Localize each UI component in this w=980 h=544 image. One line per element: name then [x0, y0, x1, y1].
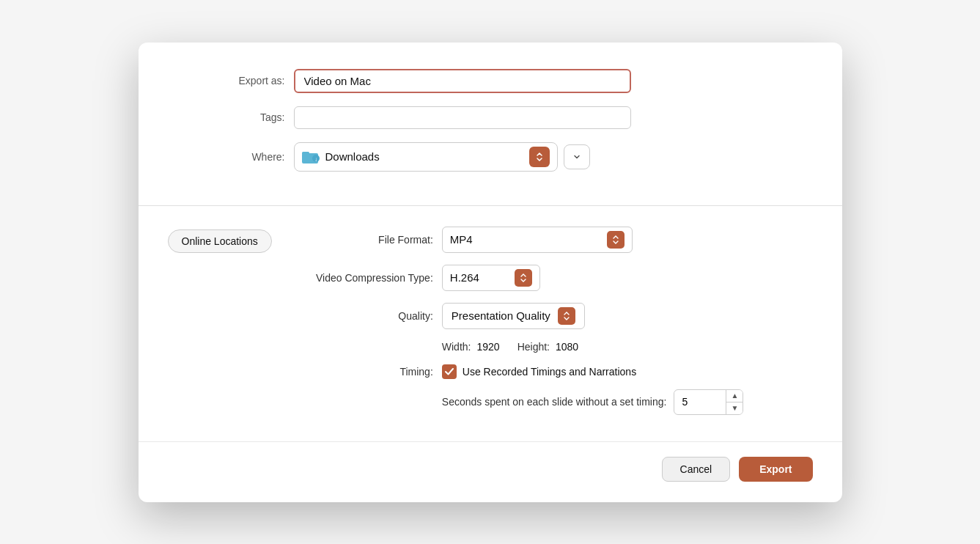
timing-row: Timing: Use Recorded Timings and Narrati…	[287, 364, 813, 379]
where-label: Where:	[197, 151, 285, 163]
export-button[interactable]: Export	[739, 457, 812, 482]
where-select[interactable]: ↓ Downloads	[294, 142, 558, 172]
height-value: 1080	[556, 341, 578, 353]
seconds-input[interactable]	[674, 392, 726, 411]
export-dialog: Export as: Tags: Where:	[139, 43, 842, 502]
file-format-row: File Format: MP4	[287, 227, 813, 253]
left-panel: Online Locations	[168, 227, 272, 418]
video-compression-value: H.264	[450, 271, 509, 284]
settings-form: File Format: MP4 Video Compression Type	[287, 227, 813, 418]
cancel-button[interactable]: Cancel	[662, 457, 731, 482]
quality-label: Quality:	[287, 310, 433, 322]
file-format-value: MP4	[450, 233, 509, 246]
settings-area: Online Locations File Format: MP4	[168, 227, 813, 418]
quality-stepper[interactable]	[558, 307, 575, 325]
where-controls: ↓ Downloads	[294, 142, 590, 172]
export-as-input[interactable]	[294, 69, 631, 93]
timing-checkbox-wrapper: Use Recorded Timings and Narrations	[442, 364, 636, 379]
quality-value: Presentation Quality	[452, 309, 550, 322]
tags-row: Tags:	[197, 106, 784, 129]
quality-row: Quality: Presentation Quality	[287, 303, 813, 329]
svg-rect-1	[302, 152, 309, 155]
seconds-label: Seconds spent on each slide without a se…	[442, 396, 667, 408]
where-value: Downloads	[325, 150, 380, 163]
top-section: Export as: Tags: Where:	[139, 43, 842, 205]
dimensions-row: Width: 1920 Height: 1080	[442, 341, 813, 353]
seconds-input-wrapper: ▲ ▼	[674, 389, 743, 415]
video-compression-label: Video Compression Type:	[287, 272, 433, 284]
width-group: Width: 1920	[442, 341, 500, 353]
file-format-select[interactable]: MP4	[442, 227, 633, 253]
quality-select[interactable]: Presentation Quality	[442, 303, 585, 329]
height-group: Height: 1080	[517, 341, 579, 353]
online-locations-btn[interactable]: Online Locations	[168, 229, 272, 253]
seconds-down-btn[interactable]: ▼	[726, 403, 743, 414]
seconds-up-btn[interactable]: ▲	[726, 390, 743, 403]
svg-text:↓: ↓	[314, 156, 317, 163]
tags-input[interactable]	[294, 106, 631, 129]
timing-checkbox[interactable]	[442, 364, 457, 379]
height-label: Height:	[517, 341, 550, 353]
file-format-stepper[interactable]	[607, 231, 625, 249]
where-stepper-btn[interactable]	[529, 147, 550, 167]
video-compression-select[interactable]: H.264	[442, 265, 540, 291]
export-as-row: Export as:	[197, 69, 784, 93]
footer: Cancel Export	[139, 441, 842, 502]
bottom-section: Online Locations File Format: MP4	[139, 206, 842, 441]
seconds-stepper: ▲ ▼	[726, 390, 743, 414]
where-row: Where: ↓ Downloads	[197, 142, 784, 172]
downloads-folder-icon: ↓	[302, 150, 320, 164]
timing-checkbox-label: Use Recorded Timings and Narrations	[463, 366, 636, 378]
file-format-label: File Format:	[287, 234, 433, 246]
video-compression-row: Video Compression Type: H.264	[287, 265, 813, 291]
width-label: Width:	[442, 341, 471, 353]
tags-label: Tags:	[197, 111, 285, 123]
export-as-label: Export as:	[197, 75, 285, 87]
seconds-row: Seconds spent on each slide without a se…	[442, 389, 813, 415]
timing-label: Timing:	[287, 366, 433, 378]
width-value: 1920	[476, 341, 499, 353]
video-compression-stepper[interactable]	[515, 269, 532, 287]
where-expand-btn[interactable]	[564, 144, 590, 169]
